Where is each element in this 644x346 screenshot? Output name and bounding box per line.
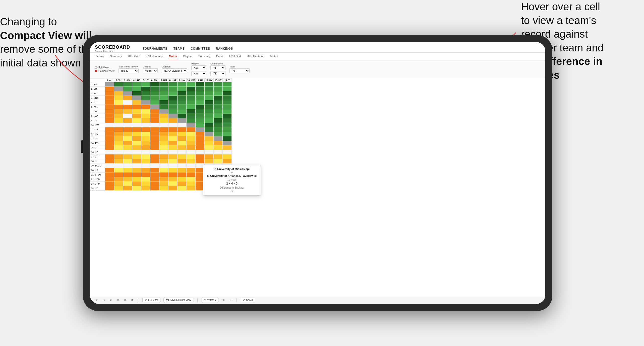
matrix-cell[interactable] xyxy=(178,145,187,150)
matrix-cell[interactable] xyxy=(178,100,187,105)
zoom-in-icon[interactable]: ⊕ xyxy=(116,298,120,302)
matrix-cell[interactable] xyxy=(205,145,214,150)
matrix-cell[interactable] xyxy=(168,172,178,177)
matrix-cell[interactable] xyxy=(159,182,168,186)
matrix-cell[interactable] xyxy=(214,118,223,123)
matrix-cell[interactable] xyxy=(168,177,178,182)
tab-h2h-grid[interactable]: H2H Grid xyxy=(127,53,140,60)
matrix-cell[interactable] xyxy=(114,100,123,105)
matrix-cell[interactable] xyxy=(187,87,196,91)
matrix-cell[interactable] xyxy=(159,87,168,91)
matrix-cell[interactable] xyxy=(114,114,123,118)
matrix-cell[interactable] xyxy=(223,109,232,114)
matrix-cell[interactable] xyxy=(168,127,178,132)
matrix-cell[interactable] xyxy=(159,172,168,177)
matrix-cell[interactable] xyxy=(214,132,223,136)
tab-matrix2[interactable]: Matrix xyxy=(269,53,279,60)
matrix-cell[interactable] xyxy=(150,186,159,191)
matrix-cell[interactable] xyxy=(205,91,214,96)
matrix-cell[interactable] xyxy=(123,127,132,132)
matrix-cell[interactable] xyxy=(223,150,232,154)
matrix-cell[interactable] xyxy=(123,159,132,163)
matrix-cell[interactable] xyxy=(205,114,214,118)
matrix-cell[interactable] xyxy=(123,114,132,118)
matrix-cell[interactable] xyxy=(105,100,114,105)
matrix-cell[interactable] xyxy=(205,150,214,154)
matrix-cell[interactable] xyxy=(205,118,214,123)
matrix-cell[interactable] xyxy=(105,132,114,136)
conference-select1[interactable]: (All) xyxy=(210,65,225,70)
matrix-cell[interactable] xyxy=(141,105,150,109)
matrix-cell[interactable] xyxy=(196,100,205,105)
matrix-cell[interactable] xyxy=(187,154,196,159)
matrix-cell[interactable] xyxy=(123,132,132,136)
matrix-cell[interactable] xyxy=(141,100,150,105)
matrix-cell[interactable] xyxy=(223,118,232,123)
matrix-cell[interactable] xyxy=(187,159,196,163)
region-select1[interactable]: N/A xyxy=(191,65,206,70)
matrix-cell[interactable] xyxy=(187,114,196,118)
matrix-cell[interactable] xyxy=(178,123,187,127)
matrix-cell[interactable] xyxy=(150,105,159,109)
matrix-cell[interactable] xyxy=(178,96,187,100)
matrix-cell[interactable] xyxy=(168,118,178,123)
matrix-cell[interactable] xyxy=(150,136,159,141)
matrix-cell[interactable] xyxy=(196,136,205,141)
matrix-cell[interactable] xyxy=(168,168,178,172)
matrix-cell[interactable] xyxy=(114,186,123,191)
matrix-cell[interactable] xyxy=(141,159,150,163)
matrix-cell[interactable] xyxy=(150,172,159,177)
matrix-cell[interactable] xyxy=(178,141,187,145)
matrix-cell[interactable] xyxy=(105,145,114,150)
matrix-cell[interactable] xyxy=(159,127,168,132)
matrix-cell[interactable] xyxy=(168,123,178,127)
matrix-cell[interactable] xyxy=(159,114,168,118)
matrix-cell[interactable] xyxy=(105,96,114,100)
matrix-cell[interactable] xyxy=(187,177,196,182)
matrix-cell[interactable] xyxy=(168,105,178,109)
matrix-cell[interactable] xyxy=(132,105,141,109)
matrix-cell[interactable] xyxy=(168,91,178,96)
matrix-cell[interactable] xyxy=(168,136,178,141)
matrix-cell[interactable] xyxy=(123,145,132,150)
matrix-cell[interactable] xyxy=(187,109,196,114)
matrix-cell[interactable] xyxy=(114,182,123,186)
matrix-cell[interactable] xyxy=(178,127,187,132)
matrix-cell[interactable] xyxy=(196,145,205,150)
matrix-cell[interactable] xyxy=(187,186,196,191)
refresh-icon[interactable]: ⟳ xyxy=(109,298,113,302)
matrix-cell[interactable] xyxy=(178,109,187,114)
matrix-cell[interactable] xyxy=(187,136,196,141)
matrix-cell[interactable] xyxy=(114,91,123,96)
matrix-cell[interactable] xyxy=(141,82,150,87)
matrix-cell[interactable] xyxy=(150,132,159,136)
matrix-cell[interactable] xyxy=(123,154,132,159)
matrix-cell[interactable] xyxy=(196,105,205,109)
tab-detail[interactable]: Detail xyxy=(215,53,224,60)
max-teams-select[interactable]: Top 50 xyxy=(119,68,139,73)
grid-icon[interactable]: ⊞ xyxy=(221,298,225,302)
matrix-cell[interactable] xyxy=(214,100,223,105)
matrix-cell[interactable] xyxy=(114,163,123,168)
matrix-cell[interactable] xyxy=(168,159,178,163)
matrix-cell[interactable] xyxy=(105,105,114,109)
matrix-cell[interactable] xyxy=(187,163,196,168)
matrix-cell[interactable] xyxy=(150,145,159,150)
matrix-cell[interactable] xyxy=(141,150,150,154)
matrix-cell[interactable] xyxy=(114,132,123,136)
matrix-cell[interactable] xyxy=(141,141,150,145)
matrix-cell[interactable] xyxy=(114,105,123,109)
matrix-cell[interactable] xyxy=(150,177,159,182)
matrix-cell[interactable] xyxy=(205,82,214,87)
matrix-cell[interactable] xyxy=(168,100,178,105)
matrix-cell[interactable] xyxy=(123,100,132,105)
matrix-cell[interactable] xyxy=(123,91,132,96)
matrix-cell[interactable] xyxy=(187,127,196,132)
matrix-cell[interactable] xyxy=(178,132,187,136)
matrix-cell[interactable] xyxy=(114,109,123,114)
matrix-cell[interactable] xyxy=(132,182,141,186)
undo-icon[interactable]: ↩ xyxy=(95,298,99,302)
matrix-cell[interactable] xyxy=(214,150,223,154)
matrix-cell[interactable] xyxy=(223,87,232,91)
matrix-cell[interactable] xyxy=(196,159,205,163)
